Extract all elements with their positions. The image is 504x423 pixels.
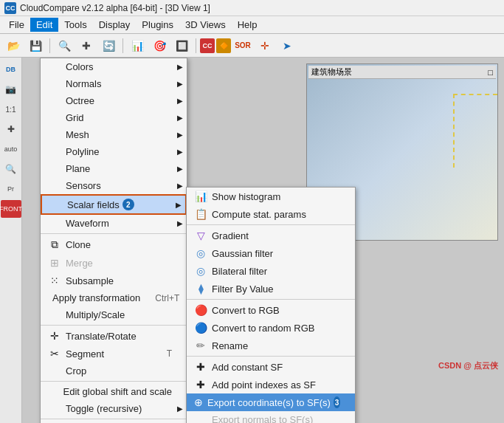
sidebar-db[interactable]: DB	[2, 61, 20, 78]
toolbar-btn-3[interactable]: 🔄	[98, 36, 119, 55]
edit-subsample[interactable]: ⁙ Subsample	[41, 272, 187, 289]
sidebar-search[interactable]: 🔍	[2, 160, 20, 178]
cc-badge-2: 🔶	[216, 38, 231, 53]
segment-label: Segment	[66, 348, 104, 360]
sf-filter-value[interactable]: ⧫ Filter By Value	[187, 280, 355, 298]
view-titlebar: 建筑物场景 □	[308, 66, 496, 79]
menu-3dviews[interactable]: 3D Views	[179, 18, 232, 32]
sf-convert-random-rgb[interactable]: 🔵 Convert to random RGB	[187, 319, 355, 337]
edit-translate[interactable]: ✛ Translate/Rotate	[41, 327, 187, 345]
edit-segment[interactable]: ✂ Segment T	[41, 345, 187, 362]
sf-sep-3	[187, 356, 355, 357]
sf-export-coords[interactable]: ⊕ Export coordinate(s) to SF(s) 3	[187, 393, 355, 411]
scalar-badge: 2	[122, 199, 134, 210]
gaussian-label: Gaussian filter	[212, 248, 273, 259]
mesh-label: Mesh	[66, 129, 89, 140]
polyline-label: Polyline	[66, 146, 100, 157]
sf-rename[interactable]: ✏ Rename	[187, 337, 355, 354]
edit-normals[interactable]: Normals ▶	[41, 75, 187, 92]
title-bar: CC CloudCompare v2.12 alpha [64-bit] - […	[0, 0, 504, 16]
transform-label: Apply transformation	[52, 292, 140, 303]
left-sidebar: DB 📷 1:1 ✚ auto 🔍 Pr FRONT	[0, 58, 22, 423]
add-constant-label: Add constant SF	[212, 362, 283, 373]
content-area: 建筑物场景 □ CSDN @ 点云侠 Colors ▶ Normals ▶ Oc…	[22, 58, 504, 423]
merge-icon: ⊞	[48, 257, 61, 269]
plane-arrow: ▶	[177, 165, 183, 173]
edit-waveform[interactable]: Waveform ▶	[41, 215, 187, 232]
add-constant-icon: ✚	[194, 361, 207, 373]
toolbar-arrow[interactable]: ➤	[277, 36, 297, 55]
toolbar-cross[interactable]: ✛	[255, 36, 275, 55]
view-close[interactable]: □	[488, 68, 493, 77]
edit-multiply-scale[interactable]: Multiply/Scale	[41, 306, 187, 323]
plane-label: Plane	[66, 163, 90, 174]
bilateral-label: Bilateral filter	[212, 266, 267, 277]
edit-sensors[interactable]: Sensors ▶	[41, 177, 187, 194]
menu-edit[interactable]: Edit	[30, 18, 58, 32]
edit-toggle[interactable]: Toggle (recursive) ▶	[41, 400, 187, 417]
cc-badge-1: CC	[200, 38, 215, 53]
sep-4	[41, 419, 187, 419]
edit-crop[interactable]: Crop	[41, 362, 187, 379]
histogram-icon: 📊	[194, 190, 207, 202]
menu-display[interactable]: Display	[93, 18, 137, 32]
sf-compute-stat[interactable]: 📋 Compute stat. params	[187, 205, 355, 223]
edit-mesh[interactable]: Mesh ▶	[41, 126, 187, 143]
polyline-arrow: ▶	[177, 148, 183, 156]
toolbar-btn-1[interactable]: 🔍	[54, 36, 75, 55]
mesh-arrow: ▶	[177, 131, 183, 139]
sidebar-camera[interactable]: 📷	[2, 80, 20, 98]
sf-convert-rgb[interactable]: 🔴 Convert to RGB	[187, 301, 355, 319]
waveform-label: Waveform	[66, 218, 109, 229]
toolbar-save[interactable]: 💾	[25, 36, 46, 55]
rename-icon: ✏	[194, 340, 207, 351]
menu-tools[interactable]: Tools	[58, 18, 92, 32]
toolbar: 📂 💾 🔍 ✚ 🔄 📊 🎯 🔲 CC 🔶 SOR ✛ ➤	[0, 34, 504, 58]
edit-colors[interactable]: Colors ▶	[41, 58, 187, 75]
sidebar-plus[interactable]: ✚	[2, 120, 20, 138]
sep-3	[41, 381, 187, 382]
gaussian-icon: ◎	[194, 247, 207, 259]
toolbar-btn-2[interactable]: ✚	[76, 36, 97, 55]
sidebar-pr[interactable]: Pr	[2, 180, 20, 198]
sf-bilateral[interactable]: ◎ Bilateral filter	[187, 262, 355, 280]
toolbar-sep-3	[196, 38, 196, 53]
edit-octree[interactable]: Octree ▶	[41, 92, 187, 109]
sidebar-front[interactable]: FRONT	[1, 200, 21, 218]
toolbar-sep-2	[122, 38, 123, 53]
sf-gaussian[interactable]: ◎ Gaussian filter	[187, 244, 355, 262]
edit-global-shift[interactable]: Edit global shift and scale	[41, 383, 187, 400]
edit-plane[interactable]: Plane ▶	[41, 160, 187, 177]
rename-label: Rename	[212, 340, 248, 351]
toolbar-open[interactable]: 📂	[3, 36, 24, 55]
clone-label: Clone	[66, 239, 91, 250]
scalar-fields-submenu: 📊 Show histogram 📋 Compute stat. params …	[186, 187, 356, 423]
edit-clone[interactable]: ⧉ Clone	[41, 235, 187, 254]
edit-polyline[interactable]: Polyline ▶	[41, 143, 187, 160]
sf-export-normals: Export normals to SF(s)	[187, 411, 355, 423]
sf-add-indexes[interactable]: ✚ Add point indexes as SF	[187, 376, 355, 393]
toolbar-btn-5[interactable]: 🎯	[149, 36, 170, 55]
sidebar-auto[interactable]: auto	[2, 140, 20, 158]
edit-grid[interactable]: Grid ▶	[41, 109, 187, 126]
toolbar-render[interactable]: SOR	[232, 36, 253, 55]
normals-label: Normals	[66, 78, 101, 89]
menu-file[interactable]: File	[3, 18, 30, 32]
grid-arrow: ▶	[177, 114, 183, 122]
toolbar-btn-4[interactable]: 📊	[127, 36, 148, 55]
edit-scalar-fields[interactable]: Scalar fields 2 ▶	[41, 194, 187, 215]
sf-add-constant[interactable]: ✚ Add constant SF	[187, 358, 355, 376]
toolbar-btn-6[interactable]: 🔲	[171, 36, 192, 55]
sf-gradient[interactable]: ▽ Gradient	[187, 227, 355, 244]
edit-apply-transform[interactable]: Apply transformation Ctrl+T	[41, 289, 187, 306]
menu-plugins[interactable]: Plugins	[136, 18, 179, 32]
translate-label: Translate/Rotate	[66, 331, 137, 342]
colors-arrow: ▶	[177, 63, 183, 71]
bilateral-icon: ◎	[194, 265, 207, 277]
menu-bar: File Edit Tools Display Plugins 3D Views…	[0, 16, 504, 34]
export-badge: 3	[334, 396, 340, 408]
convert-random-rgb-label: Convert to random RGB	[212, 323, 314, 334]
menu-help[interactable]: Help	[232, 18, 263, 32]
sf-show-histogram[interactable]: 📊 Show histogram	[187, 188, 355, 205]
sidebar-scale[interactable]: 1:1	[2, 100, 20, 118]
